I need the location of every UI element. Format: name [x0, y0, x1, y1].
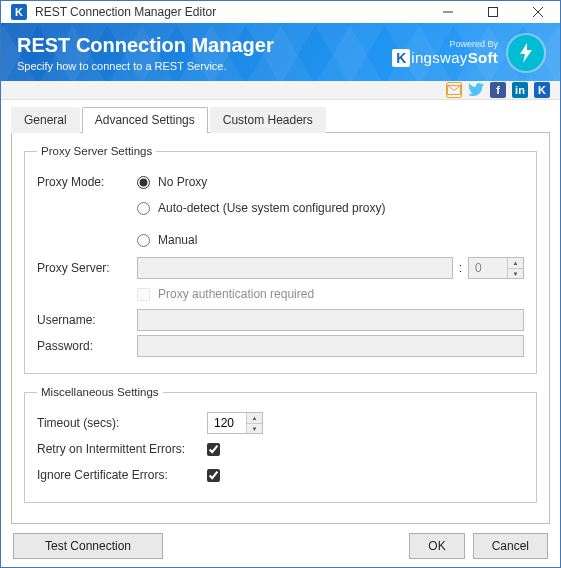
content-area: General Advanced Settings Custom Headers…: [1, 100, 560, 532]
app-icon: K: [9, 2, 29, 22]
window-controls: [425, 1, 560, 23]
radio-auto-detect[interactable]: [137, 202, 150, 215]
header-banner: REST Connection Manager Specify how to c…: [1, 23, 560, 81]
title-bar: K REST Connection Manager Editor: [1, 1, 560, 23]
username-input[interactable]: [137, 309, 524, 331]
proxy-port-spinner[interactable]: ▲▼: [507, 258, 523, 278]
tab-general[interactable]: General: [11, 107, 80, 133]
dialog-footer: Test Connection OK Cancel: [1, 532, 560, 567]
username-label: Username:: [37, 313, 137, 327]
ignore-cert-label: Ignore Certificate Errors:: [37, 468, 207, 482]
mail-icon[interactable]: [446, 82, 462, 98]
host-port-separator: :: [459, 261, 462, 275]
banner-subtitle: Specify how to connect to a REST Service…: [17, 60, 392, 72]
misc-legend: Miscellaneous Settings: [37, 386, 163, 398]
proxy-auth-label: Proxy authentication required: [158, 287, 314, 301]
tab-panel-advanced: Proxy Server Settings Proxy Mode: No Pro…: [11, 132, 550, 524]
radio-no-proxy-label: No Proxy: [158, 175, 207, 189]
tab-custom-headers[interactable]: Custom Headers: [210, 107, 326, 133]
window-title: REST Connection Manager Editor: [35, 5, 425, 19]
retry-checkbox[interactable]: [207, 443, 220, 456]
minimize-button[interactable]: [425, 1, 470, 23]
timeout-label: Timeout (secs):: [37, 416, 207, 430]
svg-rect-3: [488, 8, 497, 17]
cancel-button[interactable]: Cancel: [473, 533, 548, 559]
close-button[interactable]: [515, 1, 560, 23]
proxy-auth-checkbox[interactable]: [137, 288, 150, 301]
radio-auto-detect-label: Auto-detect (Use system configured proxy…: [158, 201, 385, 215]
radio-manual-label: Manual: [158, 233, 197, 247]
kingswaysoft-logo: K ingswaySoft: [392, 49, 498, 67]
test-connection-button[interactable]: Test Connection: [13, 533, 163, 559]
lightning-icon: [508, 35, 544, 71]
proxy-settings-group: Proxy Server Settings Proxy Mode: No Pro…: [24, 145, 537, 374]
twitter-icon[interactable]: [468, 82, 484, 98]
proxy-server-label: Proxy Server:: [37, 261, 137, 275]
linkedin-icon[interactable]: in: [512, 82, 528, 98]
password-input[interactable]: [137, 335, 524, 357]
ignore-cert-checkbox[interactable]: [207, 469, 220, 482]
tab-strip: General Advanced Settings Custom Headers: [11, 107, 550, 133]
brand-k-icon[interactable]: K: [534, 82, 550, 98]
proxy-server-input[interactable]: [137, 257, 453, 279]
powered-by-label: Powered By: [392, 40, 498, 49]
ok-button[interactable]: OK: [409, 533, 464, 559]
misc-settings-group: Miscellaneous Settings Timeout (secs): ▲…: [24, 386, 537, 503]
password-label: Password:: [37, 339, 137, 353]
svg-text:K: K: [15, 6, 23, 18]
banner-title: REST Connection Manager: [17, 34, 392, 56]
proxy-legend: Proxy Server Settings: [37, 145, 156, 157]
window-root: K REST Connection Manager Editor REST Co…: [0, 0, 561, 568]
facebook-icon[interactable]: f: [490, 82, 506, 98]
radio-manual[interactable]: [137, 234, 150, 247]
timeout-spinner[interactable]: ▲▼: [246, 413, 262, 433]
tab-advanced-settings[interactable]: Advanced Settings: [82, 107, 208, 133]
maximize-button[interactable]: [470, 1, 515, 23]
retry-label: Retry on Intermittent Errors:: [37, 442, 207, 456]
social-links-row: f in K: [1, 81, 560, 100]
proxy-mode-label: Proxy Mode:: [37, 175, 137, 189]
brand-block: Powered By K ingswaySoft: [392, 40, 498, 67]
radio-no-proxy[interactable]: [137, 176, 150, 189]
